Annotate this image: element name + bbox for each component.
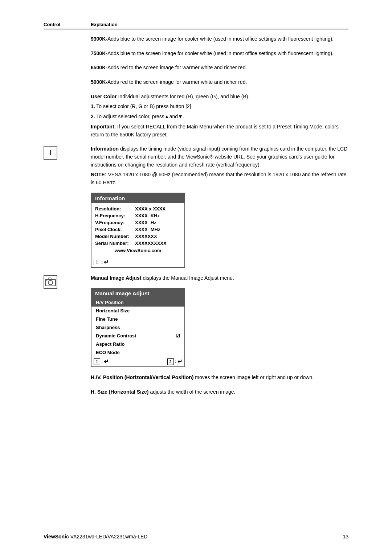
col-control-header: Control	[44, 22, 91, 27]
step1-text: To select color (R, G or B) press button…	[96, 103, 192, 109]
nav-num-box: 1	[94, 259, 100, 265]
note-bold: NOTE:	[91, 172, 107, 177]
manual-nav-btn2: 2 : ↵	[167, 358, 182, 365]
bold-7500k: 7500K-	[91, 50, 107, 56]
menu-hv-position[interactable]: H/V Position	[91, 298, 184, 307]
menu-eco-mode[interactable]: ECO Mode	[91, 348, 184, 357]
important-text: If you select RECALL from the Main Menu …	[91, 124, 339, 138]
manual-icon	[44, 275, 57, 289]
icon-col-7500k	[44, 50, 91, 50]
manual-image-box: Manual Image Adjust H/V Position Horizon…	[91, 288, 185, 367]
manual-nav-sep2: :	[175, 359, 176, 364]
info-icon: i	[44, 146, 57, 160]
text-information: Information displays the timing mode (vi…	[91, 145, 348, 267]
icon-col-5000k	[44, 78, 91, 79]
text-9300k-body: Adds blue to the screen image for cooler…	[107, 36, 334, 42]
step1-bold: 1.	[91, 103, 95, 109]
section-h-size: H. Size (Horizontal Size) adjusts the wi…	[44, 388, 348, 396]
info-value-serial: XXXXXXXXXX	[135, 241, 167, 246]
info-icon-symbol: i	[49, 149, 51, 157]
text-manual-body: displays the Manual Image Adjust menu.	[142, 275, 234, 281]
info-label-hfreq: H.Frequency:	[95, 213, 135, 218]
icon-col-9300k	[44, 35, 91, 36]
info-nav: 1 : ↵	[91, 257, 184, 267]
text-h-size: H. Size (Horizontal Size) adjusts the wi…	[91, 388, 348, 396]
text-6500k: 6500K-Adds red to the screen image for w…	[91, 64, 348, 72]
info-box-body: Resolution: XXXX x XXXX H.Frequency: XXX…	[91, 203, 184, 257]
text-user-color: User Color Individual adjustments for re…	[91, 93, 348, 139]
manual-nav-btn1: 1 : ↵	[94, 358, 109, 365]
menu-aspect-ratio[interactable]: Aspect Ratio	[91, 340, 184, 348]
menu-dynamic-contrast-label: Dynamic Contrast	[96, 333, 136, 338]
icon-col-information: i	[44, 145, 91, 160]
section-9300k: 9300K-Adds blue to the screen image for …	[44, 35, 348, 43]
camera-svg	[45, 277, 56, 287]
menu-aspect-ratio-label: Aspect Ratio	[96, 341, 124, 347]
text-7500k-body: Adds blue to the screen image for cooler…	[107, 50, 334, 56]
footer-brand: ViewSonic	[44, 534, 69, 539]
section-information: i Information displays the timing mode (…	[44, 145, 348, 267]
bold-user-color: User Color	[91, 94, 117, 99]
info-row-model: Model Number: XXXXXXX	[95, 233, 181, 240]
nav-separator: :	[101, 259, 103, 265]
section-5000k: 5000K-Adds red to the screen image for w…	[44, 78, 348, 86]
menu-dynamic-contrast[interactable]: Dynamic Contrast ☑	[91, 332, 184, 340]
step2-text: To adjust selected color, press▲and▼.	[96, 114, 184, 119]
footer-page-number: 13	[343, 534, 348, 539]
text-user-color-body: Individual adjustments for red (R), gree…	[117, 94, 250, 99]
section-user-color: User Color Individual adjustments for re…	[44, 93, 348, 139]
svg-point-3	[46, 280, 48, 281]
bold-h-size: H. Size (Horizontal Size)	[91, 389, 148, 395]
info-label-model: Model Number:	[95, 234, 135, 239]
info-label-resolution: Resolution:	[95, 206, 135, 212]
menu-sharpness[interactable]: Sharpness	[91, 323, 184, 332]
section-manual-image-adjust: Manual Image Adjust displays the Manual …	[44, 274, 348, 368]
information-box: Information Resolution: XXXX x XXXX H.Fr…	[91, 193, 185, 268]
text-6500k-body: Adds red to the screen image for warmer …	[107, 65, 247, 70]
footer: ViewSonic VA2231wa-LED/VA2231wma-LED 13	[0, 530, 392, 539]
text-hv-pos-body: moves the screen image left or right and…	[193, 374, 314, 380]
info-row-hfreq: H.Frequency: XXXX KHz	[95, 212, 181, 219]
menu-hv-position-label: H/V Position	[96, 300, 124, 305]
info-box-title: Information	[91, 193, 184, 203]
dynamic-contrast-check: ☑	[176, 333, 180, 338]
manual-nav-arrow2: ↵	[177, 358, 182, 365]
menu-fine-tune[interactable]: Fine Tune	[91, 315, 184, 323]
manual-nav-num1: 1	[94, 358, 100, 365]
info-row-serial: Serial Number: XXXXXXXXXX	[95, 240, 181, 247]
bold-information: Information	[91, 146, 119, 152]
footer-model: VA2231wa-LED/VA2231wma-LED	[70, 534, 148, 539]
bold-9300k: 9300K-	[91, 36, 107, 42]
info-value-pixel: XXXX	[135, 227, 148, 232]
text-7500k: 7500K-Adds blue to the screen image for …	[91, 50, 348, 58]
table-header: Control Explanation	[44, 22, 348, 29]
info-row-resolution: Resolution: XXXX x XXXX	[95, 205, 181, 212]
menu-eco-mode-label: ECO Mode	[96, 350, 120, 355]
text-5000k: 5000K-Adds red to the screen image for w…	[91, 78, 348, 86]
info-value-vfreq: XXXX	[135, 220, 148, 225]
menu-horizontal-size-label: Horizontal Size	[96, 308, 130, 313]
important-bold: Important:	[91, 124, 116, 130]
info-website: www.ViewSonic.com	[95, 247, 181, 255]
svg-rect-2	[48, 278, 51, 280]
info-unit-vfreq: Hz	[151, 220, 156, 225]
manual-nav-sep1: :	[101, 359, 103, 364]
icon-col-6500k	[44, 64, 91, 65]
manual-nav-num2: 2	[167, 358, 174, 365]
menu-horizontal-size[interactable]: Horizontal Size	[91, 307, 184, 315]
icon-col-user-color	[44, 93, 91, 94]
manual-box-body: H/V Position Horizontal Size Fine Tune S…	[91, 298, 184, 357]
info-unit-hfreq: KHz	[151, 213, 160, 218]
note-text: VESA 1920 x 1080 @ 60Hz (recommended) me…	[91, 172, 347, 185]
manual-nav-arrow1: ↵	[104, 358, 109, 365]
icon-col-hv-pos	[44, 374, 91, 374]
manual-box-title: Manual Image Adjust	[91, 288, 184, 298]
info-label-serial: Serial Number:	[95, 241, 135, 246]
info-nav-btn: 1 : ↵	[94, 259, 109, 266]
manual-nav: 1 : ↵ 2 : ↵	[91, 357, 184, 366]
bold-hv-pos: H./V. Position (Horizontal/Vertical Posi…	[91, 374, 193, 380]
section-hv-pos: H./V. Position (Horizontal/Vertical Posi…	[44, 374, 348, 382]
bold-6500k: 6500K-	[91, 65, 107, 70]
info-value-hfreq: XXXX	[135, 213, 148, 218]
col-explanation-header: Explanation	[91, 22, 118, 27]
